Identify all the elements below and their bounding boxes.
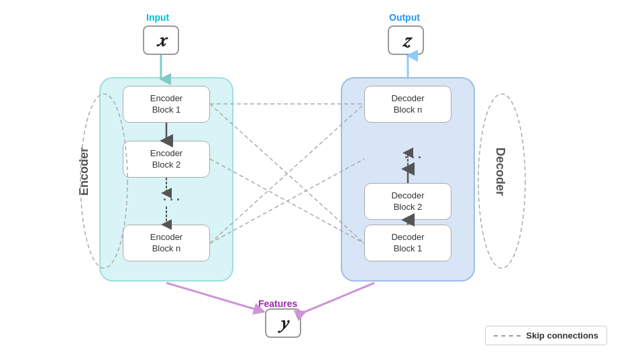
features-label: Features — [258, 298, 297, 309]
encoder-block-1: EncoderBlock 1 — [123, 86, 210, 123]
svg-overlay — [0, 0, 644, 362]
skip-connections-label: Skip connections — [526, 330, 598, 341]
skip-line — [494, 335, 521, 337]
svg-line-9 — [305, 283, 374, 312]
skip-legend-box: Skip connections — [485, 326, 607, 345]
decoder-label: Decoder — [493, 147, 507, 196]
output-variable: 𝑧 — [388, 25, 424, 55]
encoder-dots: · · · — [163, 193, 180, 207]
decoder-block-n: DecoderBlock n — [364, 86, 451, 123]
input-variable: 𝑥 — [143, 25, 179, 55]
diagram-container: Input Output Features 𝑥 𝑧 𝑦 Encoder Deco… — [0, 0, 644, 362]
output-label: Output — [389, 12, 420, 23]
skip-connections-legend: Skip connections — [485, 326, 607, 345]
decoder-dots: · · · — [405, 151, 421, 165]
svg-line-8 — [166, 283, 264, 312]
encoder-label: Encoder — [77, 147, 91, 196]
features-variable: 𝑦 — [265, 308, 301, 338]
encoder-block-2: EncoderBlock 2 — [123, 141, 210, 178]
encoder-block-n: EncoderBlock n — [123, 225, 210, 261]
decoder-block-2: DecoderBlock 2 — [364, 183, 451, 220]
input-label: Input — [146, 12, 169, 23]
decoder-block-1: DecoderBlock 1 — [364, 225, 451, 261]
